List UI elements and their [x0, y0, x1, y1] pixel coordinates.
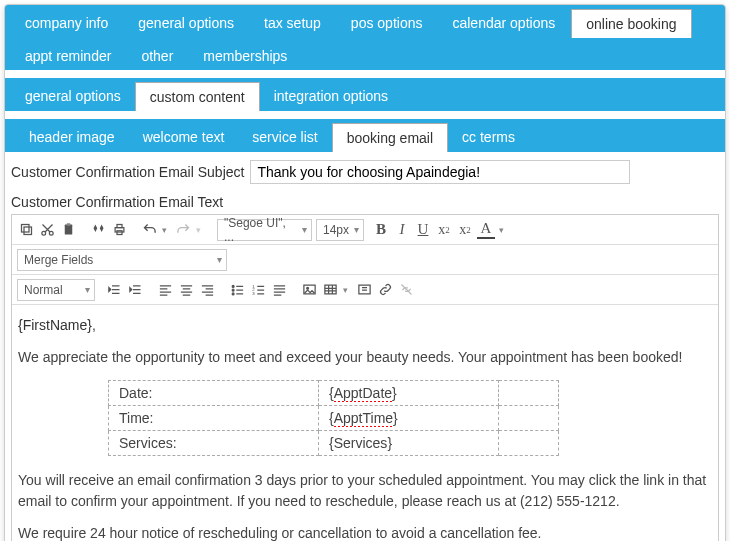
custom-content-tabs: header imagewelcome textservice listbook…	[5, 119, 725, 152]
italic-button[interactable]: I	[393, 221, 411, 239]
print-icon[interactable]	[110, 221, 128, 239]
svg-point-11	[232, 293, 234, 295]
content-tab-cc-terms[interactable]: cc terms	[448, 123, 529, 152]
font-color-button[interactable]: A	[477, 221, 495, 239]
main-tab-online-booking[interactable]: online booking	[571, 9, 691, 38]
content-tab-service-list[interactable]: service list	[238, 123, 331, 152]
paste-icon[interactable]	[59, 221, 77, 239]
align-left-icon[interactable]	[156, 281, 174, 299]
indent-icon[interactable]	[126, 281, 144, 299]
font-size-select[interactable]: 14px	[316, 219, 364, 241]
merge-firstname: {FirstName}	[18, 317, 92, 333]
table-row: Date:{ApptDate}	[109, 380, 559, 405]
main-tab-calendar-options[interactable]: calendar options	[438, 9, 569, 38]
unlink-icon[interactable]	[397, 281, 415, 299]
font-family-select[interactable]: "Segoe UI", ...	[217, 219, 312, 241]
toolbar-row-1: ▾ ▾ "Segoe UI", ... 14px B I U x2 x2 A▾	[12, 215, 718, 245]
svg-point-9	[232, 285, 234, 287]
main-tab-company-info[interactable]: company info	[11, 9, 122, 38]
toolbar-row-3: Normal 123 ▾	[12, 275, 718, 305]
merge-fields-select[interactable]: Merge Fields	[17, 249, 227, 271]
redo-icon[interactable]	[174, 221, 192, 239]
insert-link-icon[interactable]	[376, 281, 394, 299]
subject-label: Customer Confirmation Email Subject	[11, 164, 244, 180]
content-tab-booking-email[interactable]: booking email	[332, 123, 448, 152]
table-row: Time:{ApptTime}	[109, 405, 559, 430]
section-tab-general-options[interactable]: general options	[11, 82, 135, 111]
svg-rect-7	[117, 225, 122, 228]
main-tab-memberships[interactable]: memberships	[189, 42, 301, 70]
copy-icon[interactable]	[17, 221, 35, 239]
svg-rect-4	[64, 225, 72, 235]
main-tabs: company infogeneral optionstax setuppos …	[5, 5, 725, 70]
undo-icon[interactable]	[140, 221, 158, 239]
paragraph-style-select[interactable]: Normal	[17, 279, 95, 301]
svg-rect-17	[324, 285, 335, 294]
subject-input[interactable]	[250, 160, 630, 184]
insert-table-icon[interactable]	[321, 281, 339, 299]
main-tab-appt-reminder[interactable]: appt reminder	[11, 42, 125, 70]
rich-text-editor: ▾ ▾ "Segoe UI", ... 14px B I U x2 x2 A▾ …	[11, 214, 719, 541]
cut-icon[interactable]	[38, 221, 56, 239]
content-tab-welcome-text[interactable]: welcome text	[129, 123, 239, 152]
insert-image-icon[interactable]	[300, 281, 318, 299]
align-right-icon[interactable]	[198, 281, 216, 299]
main-tab-tax-setup[interactable]: tax setup	[250, 9, 335, 38]
toolbar-row-2: Merge Fields	[12, 245, 718, 275]
policy-paragraph: We require 24 hour notice of reschedulin…	[18, 523, 712, 541]
main-tab-general-options[interactable]: general options	[124, 9, 248, 38]
main-tab-pos-options[interactable]: pos options	[337, 9, 437, 38]
greeting-line: {FirstName},	[18, 315, 712, 335]
editor-body[interactable]: {FirstName}, We appreciate the opportuni…	[12, 305, 718, 541]
outdent-icon[interactable]	[105, 281, 123, 299]
section-tab-custom-content[interactable]: custom content	[135, 82, 260, 111]
svg-rect-0	[24, 227, 32, 235]
svg-rect-5	[66, 223, 70, 226]
number-list-icon[interactable]: 123	[249, 281, 267, 299]
content-tab-header-image[interactable]: header image	[15, 123, 129, 152]
table-row: Services:{Services}	[109, 431, 559, 456]
body-label: Customer Confirmation Email Text	[11, 194, 719, 210]
appointment-fields-table: Date:{ApptDate}Time:{ApptTime}Services:{…	[108, 380, 559, 457]
underline-button[interactable]: U	[414, 221, 432, 239]
subscript-button[interactable]: x2	[456, 221, 474, 239]
superscript-button[interactable]: x2	[435, 221, 453, 239]
svg-text:3: 3	[252, 291, 255, 296]
insert-symbol-icon[interactable]	[355, 281, 373, 299]
main-tab-other[interactable]: other	[127, 42, 187, 70]
confirm-paragraph: You will receive an email confirmation 3…	[18, 470, 712, 511]
section-tabs: general optionscustom contentintegration…	[5, 78, 725, 111]
bold-button[interactable]: B	[372, 221, 390, 239]
intro-paragraph: We appreciate the opportunity to meet an…	[18, 347, 712, 367]
align-justify-icon[interactable]	[270, 281, 288, 299]
section-tab-integration-options[interactable]: integration options	[260, 82, 402, 111]
align-center-icon[interactable]	[177, 281, 195, 299]
svg-rect-1	[21, 225, 29, 233]
find-icon[interactable]	[89, 221, 107, 239]
svg-point-16	[306, 287, 308, 289]
svg-point-10	[232, 289, 234, 291]
bullet-list-icon[interactable]	[228, 281, 246, 299]
